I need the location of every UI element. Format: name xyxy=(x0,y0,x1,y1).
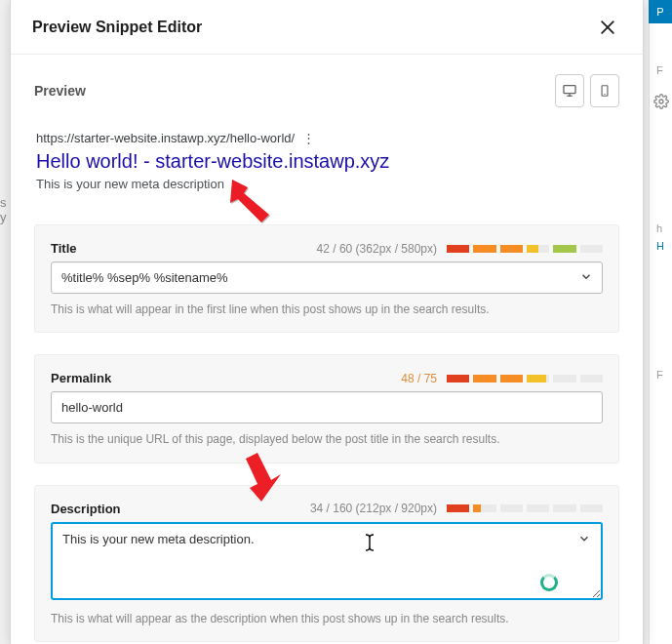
serp-preview: https://starter-website.instawp.xyz/hell… xyxy=(34,125,619,203)
permalink-help-text: This is the unique URL of this page, dis… xyxy=(51,431,603,448)
serp-description: This is your new meta description xyxy=(36,177,619,191)
modal-body[interactable]: Preview https://starter-website.instawp.… xyxy=(11,55,643,644)
title-panel-header: Title 42 / 60 (362px / 580px) xyxy=(51,241,603,256)
description-count: 34 / 160 (212px / 920px) xyxy=(310,502,437,515)
preview-header-row: Preview xyxy=(34,74,619,107)
more-actions-icon[interactable]: ⋮ xyxy=(302,131,315,145)
viewport: P s y F h H F Preview Snippet Editor Pre… xyxy=(0,0,672,644)
background-text-left: s y xyxy=(0,195,10,224)
description-progress-bar xyxy=(447,504,603,512)
preview-heading: Preview xyxy=(34,83,86,99)
modal-title: Preview Snippet Editor xyxy=(32,19,202,36)
description-panel-header: Description 34 / 160 (212px / 920px) xyxy=(51,502,603,516)
desktop-icon xyxy=(562,83,577,99)
close-button[interactable] xyxy=(594,14,621,41)
text-cursor-icon xyxy=(363,533,376,557)
mobile-icon xyxy=(598,83,612,99)
title-metric: 42 / 60 (362px / 580px) xyxy=(317,242,603,256)
description-help-text: This is what will appear as the descript… xyxy=(51,611,603,627)
desktop-preview-button[interactable] xyxy=(555,74,584,107)
background-side-letter: F xyxy=(656,64,670,76)
close-icon xyxy=(598,18,617,37)
permalink-metric: 48 / 75 xyxy=(401,372,603,385)
settings-gear-icon xyxy=(653,94,669,112)
svg-point-0 xyxy=(659,100,663,103)
serp-url[interactable]: https://starter-website.instawp.xyz/hell… xyxy=(36,131,295,145)
permalink-panel-header: Permalink 48 / 75 xyxy=(51,371,603,385)
spinner-icon xyxy=(540,574,558,591)
serp-url-row: https://starter-website.instawp.xyz/hell… xyxy=(36,131,619,145)
modal-header: Preview Snippet Editor xyxy=(11,0,643,55)
background-side-letter: h xyxy=(656,222,670,234)
snippet-editor-modal: Preview Snippet Editor Preview xyxy=(10,0,644,644)
title-panel: Title 42 / 60 (362px / 580px) xyxy=(34,224,619,333)
title-field-wrap xyxy=(51,262,603,294)
device-toggle xyxy=(555,74,619,107)
description-panel: Description 34 / 160 (212px / 920px) xyxy=(34,485,619,642)
svg-rect-3 xyxy=(564,86,575,94)
background-side-letter: H xyxy=(656,240,670,252)
title-label: Title xyxy=(51,241,77,256)
title-progress-bar xyxy=(447,245,603,253)
permalink-count: 48 / 75 xyxy=(401,372,437,385)
title-help-text: This is what will appear in the first li… xyxy=(51,302,603,318)
title-count: 42 / 60 (362px / 580px) xyxy=(317,242,437,256)
permalink-field-wrap xyxy=(51,391,603,423)
permalink-label: Permalink xyxy=(51,371,111,385)
title-input[interactable] xyxy=(51,262,603,294)
permalink-input[interactable] xyxy=(51,391,603,423)
permalink-panel: Permalink 48 / 75 xyxy=(34,354,619,463)
serp-title[interactable]: Hello world! - starter-website.instawp.x… xyxy=(36,150,619,173)
background-side-letter: F xyxy=(656,369,670,381)
description-textarea[interactable] xyxy=(51,522,603,600)
description-label: Description xyxy=(51,502,121,516)
description-field-wrap xyxy=(51,522,603,603)
description-metric: 34 / 160 (212px / 920px) xyxy=(310,502,603,515)
background-top-button: P xyxy=(649,0,672,23)
mobile-preview-button[interactable] xyxy=(590,74,619,107)
permalink-progress-bar xyxy=(447,375,603,382)
